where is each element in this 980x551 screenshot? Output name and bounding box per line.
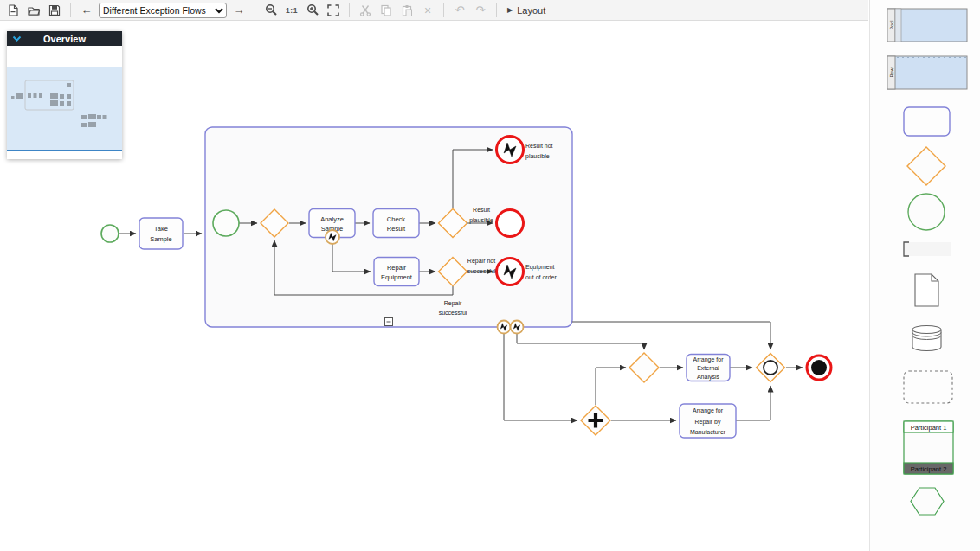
- terminate-end-event[interactable]: [807, 356, 831, 380]
- svg-text:Repair: Repair: [387, 264, 407, 272]
- flow-edge[interactable]: [596, 368, 626, 405]
- back-arrow-icon: ←: [81, 4, 93, 16]
- zoom-out-icon: [265, 3, 278, 16]
- palette-item-annotation[interactable]: [904, 242, 951, 256]
- zoom-reset-button[interactable]: 1:1: [283, 2, 300, 19]
- error-end-event-equipment-out-of-order[interactable]: [497, 259, 524, 285]
- copy-icon: [380, 4, 392, 16]
- svg-text:Analysis: Analysis: [697, 374, 720, 381]
- edge-label: Equipment: [525, 264, 555, 271]
- save-button[interactable]: [46, 2, 63, 19]
- svg-text:Analyze: Analyze: [320, 215, 344, 223]
- new-file-button[interactable]: [4, 2, 22, 19]
- next-diagram-button[interactable]: →: [230, 2, 248, 19]
- flow-edge[interactable]: [572, 322, 770, 349]
- zoom-to-fit-button[interactable]: [325, 2, 342, 19]
- edge-label: plausible: [469, 217, 493, 224]
- subprocess-start-event[interactable]: [213, 210, 239, 236]
- cut-button[interactable]: [357, 2, 374, 19]
- palette-item-conversation[interactable]: [911, 488, 944, 515]
- play-icon: ▶: [507, 6, 513, 14]
- task-repair-equipment[interactable]: Repair Equipment: [374, 258, 419, 286]
- previous-diagram-button[interactable]: ←: [78, 2, 95, 19]
- delete-button[interactable]: ×: [419, 2, 436, 19]
- palette-item-group[interactable]: [904, 371, 952, 403]
- exclusive-gateway[interactable]: [629, 353, 659, 382]
- edge-label: plausible: [525, 153, 550, 160]
- edge-label: Repair: [444, 300, 462, 307]
- save-icon: [48, 4, 61, 16]
- edge-label: successful: [439, 310, 467, 316]
- edge-label: Repair not: [467, 258, 495, 265]
- svg-text:Check: Check: [387, 215, 406, 223]
- svg-text:Sample: Sample: [150, 235, 171, 243]
- toolbar-separator: [496, 3, 497, 17]
- layout-button-label: Layout: [517, 5, 545, 16]
- forward-arrow-icon: →: [234, 4, 245, 16]
- edge-label: out of order: [525, 274, 557, 280]
- layout-button[interactable]: ▶ Layout: [504, 5, 549, 16]
- task-arrange-repair-manufacturer[interactable]: Arrange for Repair by Manufacturer: [680, 404, 736, 438]
- svg-text:Result: Result: [387, 225, 406, 233]
- cut-icon: [359, 4, 371, 16]
- palette-item-row[interactable]: Row: [887, 56, 967, 89]
- overview-minimap[interactable]: [7, 46, 122, 159]
- parallel-gateway[interactable]: [581, 406, 610, 435]
- diagram-select[interactable]: Different Exception Flows: [99, 3, 227, 18]
- overview-header[interactable]: Overview: [7, 31, 122, 46]
- palette-item-choreography[interactable]: Participant 1 Participant 2: [904, 421, 953, 474]
- undo-button[interactable]: ↶: [451, 2, 468, 19]
- palette-item-pool[interactable]: Pool: [887, 9, 967, 42]
- palette-shapes: Pool Row Participant 1 Participant 2: [870, 0, 980, 551]
- chevron-down-icon[interactable]: [12, 35, 22, 42]
- new-file-icon: [7, 4, 19, 16]
- toolbar-separator: [443, 3, 444, 17]
- copy-button[interactable]: [377, 2, 395, 19]
- boundary-error-event[interactable]: [511, 321, 524, 334]
- end-event-result-plausible[interactable]: [497, 210, 524, 237]
- palette-item-data-store[interactable]: [912, 326, 941, 351]
- overview-panel: Overview: [7, 31, 122, 159]
- task-check-result[interactable]: Check Result: [373, 209, 419, 238]
- toolbar: ← Different Exception Flows → 1:1: [0, 0, 868, 21]
- diagram-canvas[interactable]: Take Sample Analyze Sample Check Result …: [0, 21, 868, 551]
- flow-edge[interactable]: [504, 334, 577, 420]
- svg-text:Repair by: Repair by: [695, 419, 721, 426]
- zoom-in-button[interactable]: [304, 2, 321, 19]
- delete-icon: ×: [424, 4, 431, 16]
- edge-label: successful: [467, 268, 496, 274]
- fit-screen-icon: [327, 4, 339, 16]
- toolbar-separator: [70, 3, 71, 17]
- paste-button[interactable]: [398, 2, 416, 19]
- svg-text:Manufacturer: Manufacturer: [690, 429, 726, 435]
- error-end-event-result-not-plausible[interactable]: [497, 137, 524, 163]
- boundary-error-event[interactable]: [326, 230, 339, 244]
- zoom-out-button[interactable]: [262, 2, 280, 19]
- svg-text:Equipment: Equipment: [381, 273, 413, 281]
- svg-text:Arrange for: Arrange for: [693, 407, 724, 414]
- palette-item-task[interactable]: [904, 107, 950, 136]
- task-arrange-external-analysis[interactable]: Arrange for External Analysis: [687, 355, 730, 381]
- toolbar-separator: [349, 3, 350, 17]
- task-take-sample[interactable]: Take Sample: [139, 218, 183, 249]
- palette-item-data-object[interactable]: [915, 274, 938, 306]
- svg-text:Arrange for: Arrange for: [693, 356, 724, 363]
- bpmn-diagram: Take Sample Analyze Sample Check Result …: [0, 21, 868, 551]
- edge-label: Result not: [525, 143, 553, 149]
- overview-title: Overview: [22, 34, 107, 44]
- row-label: Row: [889, 67, 894, 77]
- palette-item-event[interactable]: [908, 194, 945, 230]
- start-event[interactable]: [101, 225, 119, 242]
- open-file-button[interactable]: [25, 2, 42, 19]
- flow-edge[interactable]: [736, 386, 770, 420]
- svg-text:External: External: [697, 365, 719, 371]
- redo-button[interactable]: ↷: [472, 2, 489, 19]
- flow-edge[interactable]: [517, 334, 644, 349]
- boundary-error-event[interactable]: [498, 321, 511, 334]
- minimap-graphic: [7, 46, 122, 159]
- event-based-gateway[interactable]: [757, 354, 785, 382]
- svg-text:Take: Take: [154, 225, 168, 233]
- participant-1-label: Participant 1: [911, 424, 947, 432]
- palette-item-gateway[interactable]: [907, 147, 945, 185]
- zoom-in-icon: [306, 3, 319, 16]
